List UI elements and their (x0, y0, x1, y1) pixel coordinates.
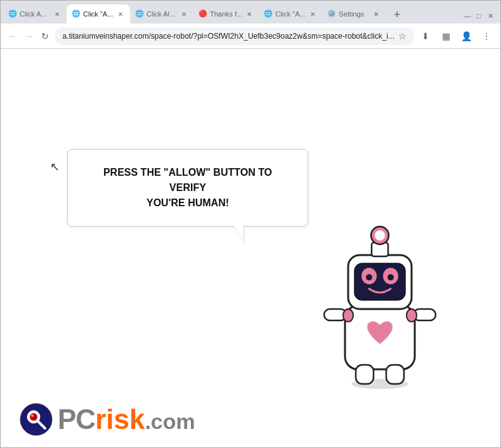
maximize-button[interactable]: □ (474, 11, 484, 21)
download-icon[interactable]: ⬇ (417, 27, 434, 45)
tab-2[interactable]: 🌐 Click "A... ✕ (67, 4, 130, 23)
svg-point-3 (343, 309, 353, 322)
tab-6-favicon: ⚙️ (327, 10, 336, 18)
tab-4[interactable]: 🔴 Thanks f... ✕ (193, 4, 259, 23)
tab-bar: 🌐 Click A... ✕ 🌐 Click "A... ✕ 🌐 Click A… (1, 1, 408, 23)
tab-3-favicon: 🌐 (135, 10, 144, 18)
tab-1-title: Click A... (20, 10, 50, 18)
robot-illustration (310, 208, 450, 392)
tab-5-title: Click "A... (275, 10, 306, 18)
page-content: ↖ PRESS THE "ALLOW" BUTTON TO VERIFY YOU… (1, 49, 500, 447)
tab-3-close[interactable]: ✕ (179, 10, 188, 18)
tab-5[interactable]: 🌐 Click "A... ✕ (259, 4, 322, 23)
tab-2-close[interactable]: ✕ (116, 10, 125, 18)
extensions-icon[interactable]: ▦ (437, 27, 455, 45)
address-icons: ⬇ ▦ 👤 ⋮ (417, 27, 495, 45)
tab-5-favicon: 🌐 (264, 10, 273, 18)
tab-6[interactable]: ⚙️ Settings ✕ (322, 4, 386, 23)
pc-text: PC (58, 404, 95, 435)
close-button[interactable]: ✕ (485, 11, 495, 21)
new-tab-button[interactable]: + (388, 6, 406, 23)
tab-1-close[interactable]: ✕ (53, 10, 62, 18)
reload-button[interactable]: ↻ (39, 27, 53, 45)
tab-1-favicon: 🌐 (8, 10, 17, 18)
tab-2-title: Click "A... (83, 10, 114, 18)
tab-3-title: Click Al... (146, 10, 177, 18)
tab-6-close[interactable]: ✕ (372, 10, 381, 18)
svg-point-16 (375, 230, 385, 240)
tab-4-title: Thanks f... (210, 10, 242, 18)
bubble-text: PRESS THE "ALLOW" BUTTON TO VERIFY YOU'R… (88, 165, 287, 211)
url-bar[interactable]: a.titaniumveinshaper.com/space-robot/?pl… (55, 27, 414, 45)
back-button[interactable]: ← (6, 27, 20, 45)
tab-6-title: Settings (339, 10, 369, 18)
mouse-cursor: ↖ (50, 160, 60, 174)
svg-point-13 (387, 274, 394, 280)
svg-point-19 (30, 413, 37, 421)
window-controls: — □ ✕ (462, 11, 500, 23)
minimize-button[interactable]: — (462, 11, 472, 21)
tab-3[interactable]: 🌐 Click Al... ✕ (130, 4, 193, 23)
pcrisk-text: PC risk .com (58, 404, 195, 435)
address-bar: ← → ↻ a.titaniumveinshaper.com/space-rob… (1, 23, 500, 49)
tab-1[interactable]: 🌐 Click A... ✕ (3, 4, 67, 23)
com-text: .com (145, 409, 195, 434)
svg-point-12 (366, 274, 372, 280)
svg-rect-9 (355, 263, 405, 300)
profile-icon[interactable]: 👤 (457, 27, 475, 45)
tab-2-favicon: 🌐 (72, 10, 81, 18)
risk-text: risk (95, 404, 145, 435)
svg-point-20 (31, 414, 34, 417)
menu-icon[interactable]: ⋮ (478, 27, 495, 45)
speech-bubble: PRESS THE "ALLOW" BUTTON TO VERIFY YOU'R… (67, 149, 308, 227)
tab-4-close[interactable]: ✕ (245, 10, 254, 18)
svg-rect-6 (356, 365, 374, 384)
tab-bar-row: 🌐 Click A... ✕ 🌐 Click "A... ✕ 🌐 Click A… (1, 1, 500, 23)
tab-4-favicon: 🔴 (198, 10, 207, 18)
pcrisk-logo: PC risk .com (20, 403, 195, 436)
bookmark-icon[interactable]: ☆ (398, 31, 407, 41)
svg-rect-7 (386, 365, 404, 384)
tab-5-close[interactable]: ✕ (308, 10, 317, 18)
browser-window: 🌐 Click A... ✕ 🌐 Click "A... ✕ 🌐 Click A… (0, 0, 501, 448)
url-text: a.titaniumveinshaper.com/space-robot/?pl… (62, 32, 394, 41)
svg-point-5 (407, 309, 417, 322)
forward-button[interactable]: → (22, 27, 36, 45)
